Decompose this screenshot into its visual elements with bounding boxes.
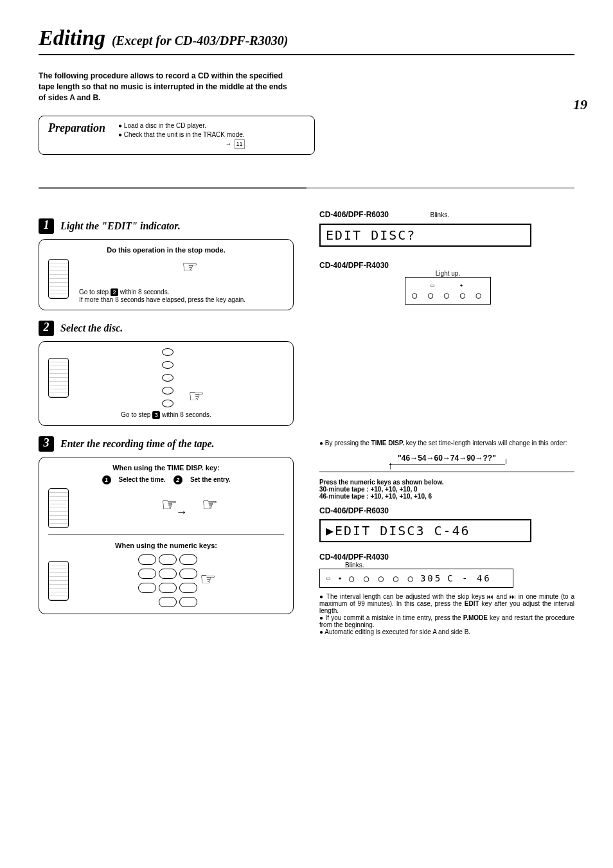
hand-press-icon — [200, 571, 226, 590]
step-ref-badge-2: 2 — [111, 288, 118, 296]
divider — [319, 472, 574, 472]
time-sequence: "46→54→60→74→90→??" — [398, 454, 496, 463]
page-number: 19 — [573, 96, 587, 113]
model-label-4: CD-404/DPF-R4030 — [319, 553, 574, 562]
step-2-badge: 2 — [39, 321, 54, 336]
display-edit-disc3: ▶EDIT DISC3 C-46 — [319, 519, 531, 542]
time-disp-note: ● By pressing the TIME DISP. key the set… — [319, 439, 574, 447]
numeric-press-heading: Press the numeric keys as shown below. — [319, 479, 574, 486]
remote-icon — [48, 259, 69, 299]
intro-text: The following procedure allows to record… — [39, 71, 296, 103]
step-3-badge: 3 — [39, 436, 54, 452]
display-panel-small: ▭ ✦ — [405, 277, 491, 305]
prep-ref: →11 — [118, 139, 245, 149]
led-dots-icon — [412, 290, 484, 300]
substep-1-label: Select the time. — [119, 476, 166, 483]
substep-2-label: Set the entry. — [190, 476, 231, 483]
divider — [48, 535, 284, 535]
step-1-title: Light the "EDIT" indicator. — [60, 220, 181, 232]
step-3-time-heading: When using the TIME DISP. key: — [48, 464, 284, 472]
hand-press-icon — [175, 388, 201, 407]
step-ref-badge-3: 3 — [152, 411, 160, 419]
remote-icon — [48, 561, 69, 601]
step-3-numeric-heading: When using the numeric keys: — [48, 542, 284, 549]
led-dots: ○ ○ ○ ○ ○ — [349, 573, 415, 583]
page-title-row: Editing (Except for CD-403/DPF-R3030) — [39, 26, 574, 55]
tape-46: 46-minute tape : +10, +10, +10, +10, 6 — [319, 493, 574, 500]
preparation-list: Load a disc in the CD player. Check that… — [118, 121, 245, 149]
bullet-1: ● The interval length can be adjusted wi… — [319, 593, 574, 614]
preparation-box: Preparation Load a disc in the CD player… — [39, 116, 315, 155]
blinks-label: Blinks. — [431, 211, 449, 218]
step-3-title: Enter the recording time of the tape. — [60, 438, 215, 450]
remote-icon — [48, 358, 69, 398]
title-sub: (Except for CD-403/DPF-R3030) — [112, 33, 288, 48]
display-model-1: CD-406/DPF-R6030 Blinks. — [319, 208, 574, 220]
hand-press-icon — [169, 259, 195, 278]
remote-icon — [48, 488, 69, 528]
tape-30: 30-minute tape : +10, +10, +10, 0 — [319, 486, 574, 493]
display-c46: C - 46 — [447, 573, 492, 583]
step-1-badge: 1 — [39, 218, 54, 234]
display-edit-disc: EDIT DISC? — [319, 224, 531, 247]
model-label-3: CD-406/DPF-R6030 — [319, 506, 574, 515]
substep-1-badge: 1 — [102, 475, 111, 484]
step-1-note: Go to step 2 within 8 seconds. If more t… — [79, 288, 284, 303]
step-2-box: Go to step 3 within 8 seconds. — [39, 341, 294, 426]
title-main: Editing — [39, 26, 105, 50]
step-2-header: 2 Select the disc. — [39, 321, 294, 336]
model-label-2: CD-404/DPF-R4030 — [319, 261, 574, 270]
preparation-heading: Preparation — [48, 121, 105, 149]
substep-2-badge: 2 — [173, 475, 182, 484]
step-1-box: Do this operation in the stop mode. Go t… — [39, 239, 294, 310]
section-divider — [39, 187, 574, 189]
step-1-instruction: Do this operation in the stop mode. — [48, 246, 284, 254]
display-num: 305 — [420, 573, 442, 583]
step-3-header: 3 Enter the recording time of the tape. — [39, 436, 294, 452]
bullet-3: ● Automatic editing is executed for side… — [319, 628, 574, 635]
prep-item-1: Load a disc in the CD player. — [118, 121, 245, 130]
bullet-2: ● If you commit a mistake in time entry,… — [319, 614, 574, 628]
step-2-note: Go to step 3 within 8 seconds. — [48, 411, 284, 419]
lightup-label: Light up. — [384, 270, 512, 277]
ref-page-box: 11 — [235, 139, 245, 149]
display-panel-4030: ▭ ✦ ○ ○ ○ ○ ○ 305 C - 46 — [319, 569, 513, 588]
hand-press-icon — [189, 497, 215, 516]
step-1-header: 1 Light the "EDIT" indicator. — [39, 218, 294, 234]
hand-press-icon — [148, 497, 174, 516]
ref-arrow: → — [226, 140, 232, 147]
model-label-1: CD-406/DPF-R6030 — [319, 210, 389, 219]
numeric-keypad-icon — [138, 554, 196, 607]
blinks-label-2: Blinks. — [345, 562, 574, 569]
step-3-box: When using the TIME DISP. key: 1 Select … — [39, 457, 294, 614]
step-2-title: Select the disc. — [60, 323, 123, 334]
prep-item-2: Check that the unit is in the TRACK mode… — [118, 130, 245, 139]
disc-buttons-icon — [162, 348, 173, 407]
